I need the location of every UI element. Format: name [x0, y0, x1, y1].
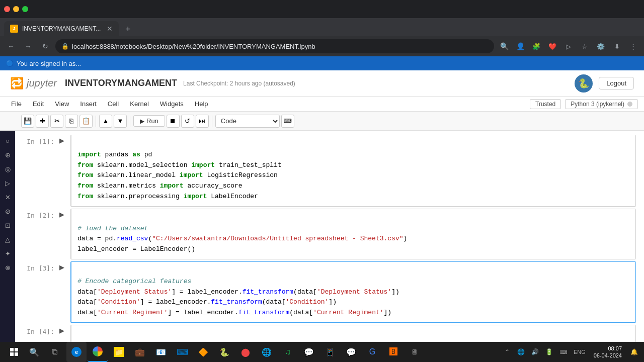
tray-up-arrow[interactable]: ⌃ [501, 346, 513, 358]
jupyter-container: 🔁 jupyter INVENTORYMANGAMENT Last Checkp… [0, 70, 644, 362]
sidebar-icon-5[interactable]: ✕ [2, 191, 14, 203]
address-bar[interactable]: 🔒 localhost:8888/notebooks/Desktop/New%2… [55, 39, 494, 53]
bookmark-icon[interactable]: ❤️ [545, 39, 559, 53]
sidebar-icon-10[interactable]: ⊗ [2, 261, 14, 274]
taskbar-vscode[interactable]: ⌨ [172, 342, 192, 362]
play-icon[interactable]: ▷ [561, 39, 576, 53]
restart-run-button[interactable]: ⏭ [196, 115, 209, 128]
menu-file[interactable]: File [6, 99, 27, 109]
restart-button[interactable]: ↺ [181, 115, 194, 128]
sidebar-icon-4[interactable]: ▷ [2, 177, 14, 189]
move-down-button[interactable]: ▼ [114, 115, 127, 128]
new-tab-button[interactable]: + [121, 22, 135, 36]
jupyter-logo-text: jupyter [27, 77, 57, 89]
browser-tab-jupyter[interactable]: J INVENTORYMANGAMENT... ✕ [4, 21, 119, 36]
window-control-minimize[interactable] [13, 6, 19, 12]
window-control-close[interactable] [4, 6, 10, 12]
sidebar-icon-2[interactable]: ⊕ [2, 149, 14, 161]
taskbar-notification-icon[interactable]: 🔔 [628, 346, 640, 358]
cell-3-run-btn[interactable]: ▶ [59, 261, 68, 323]
menu-view[interactable]: View [50, 99, 74, 109]
download-icon[interactable]: ⬇ [610, 39, 624, 53]
tray-battery[interactable]: 🔋 [543, 346, 555, 358]
cell-2-content[interactable]: # load the dataset data = pd.read_csv("C… [70, 209, 636, 259]
menu-widgets[interactable]: Widgets [155, 99, 189, 109]
taskbar-item-9[interactable]: G [362, 342, 382, 362]
cell-3-number: In [3]: [15, 261, 59, 323]
taskbar-outlook[interactable]: 📧 [151, 342, 171, 362]
notification-bar: 🔵 You are signed in as... [0, 56, 644, 70]
tab-label: INVENTORYMANGAMENT... [22, 25, 101, 32]
sidebar-icon-6[interactable]: ⊘ [2, 205, 14, 217]
add-cell-button[interactable]: ✚ [36, 115, 49, 128]
cell-2-number: In [2]: [15, 209, 59, 259]
menu-edit[interactable]: Edit [28, 99, 49, 109]
taskbar-item-4[interactable]: 🌐 [257, 342, 277, 362]
taskbar-item-2[interactable]: 🐍 [214, 342, 234, 362]
cell-3-content[interactable]: # Encode categorical features data['Depl… [70, 261, 636, 323]
taskbar-explorer[interactable]: 📁 [109, 342, 129, 362]
cell-1: In [1]: ▶ import pandas as pd from sklea… [15, 135, 644, 207]
cell-1-content[interactable]: import pandas as pd from sklearn.model_s… [70, 135, 636, 207]
search-taskbar-btn[interactable]: 🔍 [24, 342, 44, 362]
menu-insert[interactable]: Insert [75, 99, 102, 109]
menu-cell[interactable]: Cell [103, 99, 124, 109]
window-control-maximize[interactable] [22, 6, 28, 12]
taskbar-item-6[interactable]: 💬 [299, 342, 319, 362]
cut-cell-button[interactable]: ✂ [50, 115, 63, 128]
taskbar-item-5[interactable]: ♫ [278, 342, 298, 362]
sidebar-icon-3[interactable]: ◎ [2, 163, 14, 175]
cell-1-run-btn[interactable]: ▶ [59, 135, 68, 207]
back-button[interactable]: ← [4, 39, 18, 53]
star-icon[interactable]: ☆ [578, 39, 592, 53]
copy-cell-button[interactable]: ⎘ [65, 115, 78, 128]
reload-button[interactable]: ↻ [38, 39, 52, 53]
lock-icon: 🔒 [61, 43, 69, 50]
taskbar-lang[interactable]: ENG [572, 349, 588, 355]
tray-network[interactable]: 🌐 [515, 346, 527, 358]
save-button[interactable]: 💾 [21, 115, 34, 128]
task-view-btn[interactable]: ⧉ [44, 342, 64, 362]
sidebar-icon-7[interactable]: ⊡ [2, 219, 14, 231]
settings-icon[interactable]: ⚙️ [594, 39, 608, 53]
move-up-button[interactable]: ▲ [99, 115, 112, 128]
sidebar-icon-9[interactable]: ✦ [2, 247, 14, 259]
taskbar-apps[interactable]: 💼 [130, 342, 150, 362]
taskbar-item-8[interactable]: 💬 [341, 342, 361, 362]
logout-button[interactable]: Logout [599, 77, 634, 89]
menu-kernel[interactable]: Kernel [125, 99, 154, 109]
taskbar-item-1[interactable]: 🔶 [193, 342, 213, 362]
menu-bar: File Edit View Insert Cell Kernel Widget… [0, 97, 644, 112]
taskbar-system-tray: ⌃ 🌐 🔊 🔋 ⌨ ENG 08:07 06-04-2024 🔔 [501, 345, 640, 359]
forward-button[interactable]: → [21, 39, 35, 53]
search-icon[interactable]: 🔍 [497, 39, 511, 53]
notification-text: You are signed in as... [17, 60, 81, 67]
checkpoint-info: Last Checkpoint: 2 hours ago (autosaved) [183, 80, 295, 87]
cell-type-select[interactable]: Code Markdown Raw NBConvert [215, 115, 280, 128]
tab-close-icon[interactable]: ✕ [107, 25, 113, 33]
paste-cell-button[interactable]: 📋 [79, 115, 93, 128]
extensions-icon[interactable]: 🧩 [529, 39, 543, 53]
sidebar-icon-1[interactable]: ○ [2, 135, 14, 147]
start-button[interactable] [4, 342, 24, 362]
taskbar-item-3[interactable]: ⬤ [235, 342, 256, 362]
notebook-title[interactable]: INVENTORYMANGAMENT [65, 78, 177, 88]
jupyter-logo: 🔁 jupyter [10, 77, 57, 90]
taskbar-item-7[interactable]: 📱 [320, 342, 340, 362]
keyboard-shortcut-button[interactable]: ⌨ [281, 115, 294, 128]
cell-2-run-btn[interactable]: ▶ [59, 209, 68, 259]
tray-sound[interactable]: 🔊 [529, 346, 541, 358]
taskbar-item-10[interactable]: 🅱 [383, 342, 404, 362]
run-button[interactable]: ▶ Run [133, 115, 165, 127]
menu-help[interactable]: Help [190, 99, 213, 109]
taskbar-keyboard-icon[interactable]: ⌨ [557, 346, 570, 358]
more-icon[interactable]: ⋮ [626, 39, 640, 53]
taskbar-item-11[interactable]: 🖥 [405, 342, 425, 362]
profile-icon[interactable]: 👤 [513, 39, 527, 53]
sidebar-icon-8[interactable]: △ [2, 233, 14, 245]
trusted-button[interactable]: Trusted [530, 99, 561, 109]
taskbar-edge[interactable]: e [66, 342, 87, 362]
kernel-info[interactable]: Python 3 (ipykernel) [565, 99, 638, 109]
stop-button[interactable]: ⏹ [167, 115, 180, 128]
taskbar-chrome[interactable] [88, 342, 108, 362]
